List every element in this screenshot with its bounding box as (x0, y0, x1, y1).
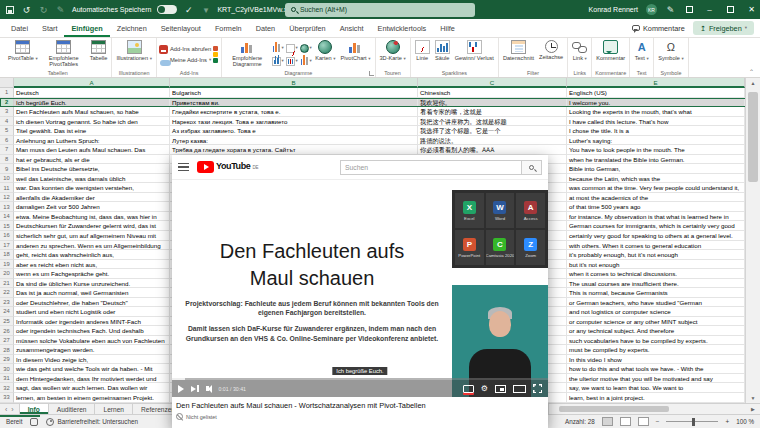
row-header-14[interactable]: 14 (0, 212, 14, 222)
comments-button[interactable]: Kommentare (632, 24, 685, 33)
hamburger-menu-icon[interactable] (178, 163, 189, 171)
cell[interactable]: Chinesisch (418, 88, 567, 98)
zoom-in-icon[interactable]: + (725, 418, 729, 425)
maximize-button[interactable] (724, 0, 737, 19)
cell[interactable]: This is normal, because Germanists (567, 288, 745, 298)
youtube-search-button[interactable] (522, 160, 542, 175)
column-header-b[interactable]: B (170, 78, 418, 88)
cell[interactable]: such vocabularies have to be compiled by… (567, 336, 745, 346)
cell[interactable]: or computer science or any other MINT su… (567, 317, 745, 327)
ribbon-button-datenschnitt[interactable]: Datenschnitt (501, 39, 536, 70)
row-header-9[interactable]: 9 (0, 164, 14, 174)
cell[interactable]: because the Latin, which was the (567, 174, 745, 184)
next-icon[interactable] (191, 385, 199, 392)
ribbon-button-symbole[interactable]: ΩSymbole ▾ (656, 39, 686, 70)
fullscreen-icon[interactable] (533, 384, 542, 393)
menu-tab-ansicht[interactable]: Ansicht (333, 19, 371, 37)
cell[interactable]: Da sind die üblichen Kurse unzureichend. (14, 279, 170, 289)
ribbon-button-säule[interactable]: Säule (433, 39, 452, 70)
cell[interactable]: certainly very good for speaking to othe… (567, 231, 745, 241)
cell[interactable]: Bibel ins Deutsche übersetzte, (14, 164, 170, 174)
cell[interactable]: was common at the time. Very few people … (567, 183, 745, 193)
menu-tab-hilfe[interactable]: Hilfe (433, 19, 462, 37)
row-header-19[interactable]: 19 (0, 260, 14, 270)
cell[interactable]: etwa. Meine Beobachtung ist, dass das, w… (14, 212, 170, 222)
cell[interactable]: 你必须看着别人的嘴。ÄÄÄ (418, 145, 567, 155)
scroll-down-icon[interactable]: ▼ (746, 393, 760, 403)
spellcheck-icon[interactable]: ✓ (183, 4, 194, 15)
sheet-tab-info[interactable]: Info (19, 404, 49, 414)
ribbon-button-zeitachse[interactable]: Zeitachse (537, 39, 565, 70)
cell[interactable]: of that time 500 years ago (567, 202, 745, 212)
row-header-10[interactable]: 10 (0, 174, 14, 184)
cell[interactable]: Лутер казва: (170, 136, 418, 146)
column-header-a[interactable]: A (14, 78, 170, 88)
menu-tab-entwicklertools[interactable]: Entwicklertools (371, 19, 434, 37)
save-icon[interactable] (4, 4, 15, 15)
row-header-11[interactable]: 11 (0, 183, 14, 193)
ribbon-button-gewinn-verlust[interactable]: Gewinn/ Verlust (453, 39, 496, 70)
column-header-e[interactable]: E (567, 78, 745, 88)
ribbon-button-link[interactable]: Link ▾ (570, 39, 589, 70)
settings-gear-icon[interactable]: ⚙ (481, 385, 488, 393)
cell[interactable]: Гледайки експертите в устата, това е. (170, 107, 418, 117)
horizontal-scrollbar[interactable]: ▶ (548, 404, 760, 414)
cell[interactable]: wie das geht und welche Tools wir da hab… (14, 364, 170, 374)
cell[interactable]: Трябва да гледате хората в устата. Сайтъ… (170, 145, 418, 155)
chart-type-icon[interactable]: ▾ (285, 42, 298, 54)
cell[interactable]: 我欢迎你。 (418, 98, 567, 108)
cell[interactable]: when he translated the Bible into German… (567, 155, 745, 165)
row-header-21[interactable]: 21 (0, 279, 14, 289)
cell[interactable]: sicherlich sehr gut, um auf allgemeinem … (14, 231, 170, 241)
cell[interactable]: Нарекох тази лекция. Това е заглавието (170, 117, 418, 127)
cell[interactable]: Englisch (US) (567, 88, 745, 98)
cell[interactable]: hat er gebraucht, als er die (14, 155, 170, 165)
chart-type-icon[interactable]: ▾ (285, 55, 298, 67)
youtube-search-input[interactable]: Suchen (340, 160, 522, 175)
row-header-27[interactable]: 27 (0, 336, 14, 346)
cell[interactable]: war. Das konnten die wenigsten verstehen… (14, 183, 170, 193)
play-icon[interactable] (178, 385, 184, 393)
ribbon-button-illustrationen[interactable]: Illustrationen ▾ (114, 39, 154, 70)
cell[interactable]: 我把这个讲座称为。这就是标题 (418, 117, 567, 127)
cell[interactable]: Titel gewählt. Das ist eine (14, 126, 170, 136)
menu-tab-daten[interactable]: Daten (249, 19, 282, 37)
cell[interactable]: 看着专家的嘴，这就是 (418, 107, 567, 117)
miniplayer-icon[interactable] (495, 385, 506, 393)
row-header-28[interactable]: 28 (0, 345, 14, 355)
cell[interactable]: Luther's saying: (567, 136, 745, 146)
youtube-logo[interactable]: YouTube DE (197, 161, 259, 173)
search-box[interactable]: Suchen (Alt+M) (285, 3, 475, 17)
cell[interactable]: ich diesen Vortrag genannt. So habe ich … (14, 117, 170, 127)
cell[interactable]: Das ist ja auch normal, weil Germanisten (14, 288, 170, 298)
cell[interactable]: In diesem Video zeige ich, (14, 355, 170, 365)
ribbon-button-pivottable[interactable]: PivotTable ▾ (6, 39, 40, 70)
cell[interactable]: but it's not enough (567, 260, 745, 270)
cell[interactable]: when it comes to technical discussions. (567, 269, 745, 279)
cell[interactable]: weil das Lateinische, was damals üblich (14, 174, 170, 184)
normal-view-icon[interactable] (602, 417, 613, 426)
touch-mode-icon[interactable]: ✎ (55, 4, 66, 15)
row-header-6[interactable]: 6 (0, 136, 14, 146)
menu-tab-seitenlayout[interactable]: Seitenlayout (154, 19, 208, 37)
row-header-1[interactable]: 1 (0, 88, 14, 98)
captions-icon[interactable] (463, 385, 474, 393)
addin-icon[interactable] (213, 58, 218, 63)
cell[interactable]: You have to look people in the mouth. Th… (567, 145, 745, 155)
sheet-tab-lernen[interactable]: Lernen (95, 404, 133, 414)
accessibility-status[interactable]: Barrierefreiheit: Untersuchen (46, 418, 138, 426)
sheet-nav-right-icon[interactable]: › (11, 406, 13, 413)
row-header-29[interactable]: 29 (0, 355, 14, 365)
cell[interactable]: studiert und eben nicht Logistik oder (14, 307, 170, 317)
addin-icon[interactable] (213, 46, 218, 51)
zoom-out-icon[interactable]: − (656, 418, 660, 425)
chart-type-icon[interactable]: ▾ (299, 42, 312, 54)
ribbon-button-karten[interactable]: Karten ▾ (313, 39, 337, 70)
cell[interactable]: Man muss den Leuten aufs Maul schauen. D… (14, 145, 170, 155)
cell[interactable]: Anlehnung an Luthers Spruch: (14, 136, 170, 146)
row-header-7[interactable]: 7 (0, 145, 14, 155)
row-header-18[interactable]: 18 (0, 250, 14, 260)
column-header-c[interactable]: C (418, 78, 567, 88)
menu-tab-zeichnen[interactable]: Zeichnen (110, 19, 154, 37)
row-header-5[interactable]: 5 (0, 126, 14, 136)
